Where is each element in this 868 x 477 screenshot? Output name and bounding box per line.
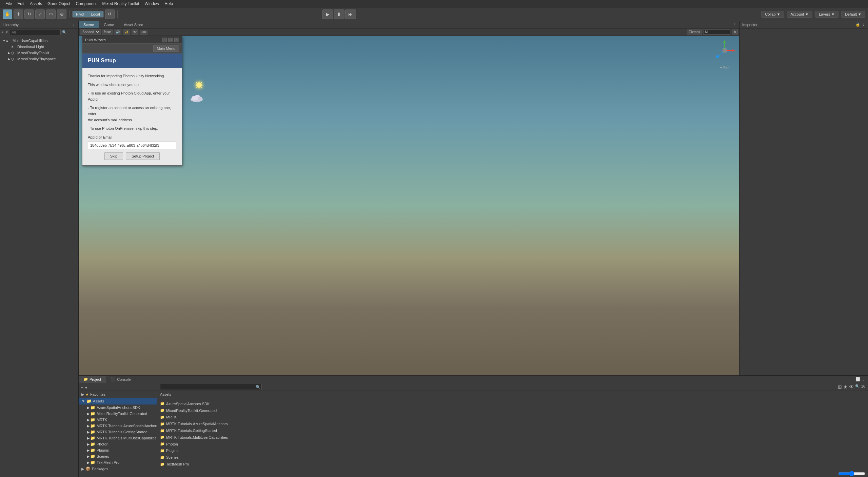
project-file-mrtk-mu[interactable]: 📁 MRTK.Tutorials.MultiUserCapabilities	[160, 434, 865, 440]
project-file-mrtk-azure[interactable]: 📁 MRTK.Tutorials.AzureSpatialAnchors	[160, 421, 865, 427]
tool-scale[interactable]: ⤢	[35, 9, 45, 19]
sidebar-item-mrtk-multiuser[interactable]: ▶ 📁 MRTK.Tutorials.MultiUserCapabilities	[79, 435, 157, 441]
bottom-menu-icon[interactable]: ⋮	[862, 377, 865, 381]
sidebar-item-textmesh[interactable]: ▶ 📁 TextMesh Pro	[79, 459, 157, 465]
layers-button[interactable]: Layers ▼	[815, 11, 839, 18]
project-packages-header[interactable]: ▶ 📦 Packages	[79, 465, 157, 472]
project-view-btn-1[interactable]: ⊞	[838, 384, 842, 390]
project-add-icon[interactable]: +	[81, 385, 83, 390]
inspector-lock-icon[interactable]: 🔒	[855, 22, 860, 27]
pun-desc-2: This window should set you up.	[88, 82, 176, 88]
refresh-button[interactable]: ↺	[105, 9, 115, 19]
project-search-input[interactable]	[160, 384, 262, 390]
pause-button[interactable]: ⏸	[334, 9, 344, 19]
project-file-textmesh[interactable]: 📁 TextMesh Pro	[160, 461, 865, 467]
file-mrtk-gen-icon: 📁	[160, 408, 165, 413]
sidebar-item-mrtk-generated[interactable]: ▶ 📁 MixedRealityToolkit.Generated	[79, 411, 157, 417]
sidebar-item-plugins[interactable]: ▶ 📁 Plugins	[79, 447, 157, 453]
hierarchy-search-icon[interactable]: 🔍	[62, 30, 67, 35]
project-tab-label: Project	[90, 377, 101, 381]
sidebar-item-photon[interactable]: ▶ 📁 Photon	[79, 441, 157, 447]
pun-main-menu-button[interactable]: Main Menu	[153, 45, 179, 52]
tool-rect[interactable]: ▭	[46, 9, 56, 19]
gizmo-back-label[interactable]: ◄ Back	[719, 66, 730, 69]
sidebar-item-mrtk-azure[interactable]: ▶ 📁 MRTK.Tutorials.AzureSpatialAnchors	[79, 423, 157, 429]
tab-game[interactable]: Game	[99, 21, 119, 28]
pun-wizard-minimize[interactable]: –	[162, 38, 167, 42]
hierarchy-down-icon[interactable]: ▼	[5, 30, 8, 34]
2d-button[interactable]: false	[102, 29, 113, 35]
sidebar-item-scenes[interactable]: ▶ 📁 Scenes	[79, 453, 157, 459]
hierarchy-plus-icon[interactable]: +	[1, 30, 3, 34]
hierarchy-item-mrtk[interactable]: ▶ ⬡ MixedRealityToolkit	[0, 50, 78, 56]
tab-asset-store[interactable]: Asset Store	[119, 21, 148, 28]
menu-help[interactable]: Help	[162, 0, 176, 7]
default-layout-button[interactable]: Default ▼	[841, 11, 865, 18]
project-file-photon[interactable]: 📁 Photon	[160, 441, 865, 447]
shading-select[interactable]: Shaded	[80, 29, 101, 35]
project-view-btn-2[interactable]: ★	[843, 384, 848, 390]
project-dropdown-icon[interactable]: ▼	[84, 386, 88, 390]
scene-view[interactable]: Y x ◄	[79, 36, 739, 375]
menu-mrtk[interactable]: Mixed Reality Toolkit	[99, 0, 142, 7]
tool-rotate[interactable]: ↻	[24, 9, 34, 19]
gizmos-search[interactable]	[703, 29, 730, 35]
tool-move[interactable]: ✛	[14, 9, 23, 19]
hierarchy-menu-icon[interactable]: ⋮	[72, 22, 76, 27]
pivot-button[interactable]: Pivot	[73, 11, 87, 17]
project-file-azure-sdk[interactable]: 📁 AzureSpatialAnchors.SDK	[160, 401, 865, 407]
project-file-plugins[interactable]: 📁 Plugins	[160, 448, 865, 454]
tool-multi[interactable]: ⊕	[57, 9, 66, 19]
account-button[interactable]: Account ▼	[787, 11, 813, 18]
pun-wizard-maximize[interactable]: □	[168, 38, 173, 42]
pun-setup-project-button[interactable]: Setup Project	[126, 152, 160, 160]
hierarchy-item-multiuser[interactable]: ▼ ≡ MultiUserCapabilities	[0, 38, 78, 44]
tab-project[interactable]: 📁 Project	[79, 376, 106, 383]
hierarchy-item-directional-light[interactable]: ▶ ☀ Directional Light	[0, 44, 78, 50]
project-zoom-slider[interactable]	[838, 471, 865, 476]
project-file-mrtk-gen[interactable]: 📁 MixedRealityToolkit.Generated	[160, 408, 865, 414]
play-button[interactable]: ▶	[322, 9, 333, 19]
step-button[interactable]: ⏭	[345, 9, 356, 19]
sidebar-item-azure-sdk[interactable]: ▶ 📁 AzureSpatialAnchors.SDK	[79, 405, 157, 411]
tree-arrow-mrtk: ▶	[8, 51, 10, 55]
menu-file[interactable]: File	[3, 0, 15, 7]
project-view-btn-3[interactable]: 👁	[849, 384, 854, 390]
scene-visibility[interactable]: 👁	[132, 29, 138, 35]
tab-scene[interactable]: Scene	[79, 21, 99, 28]
hierarchy-search-input[interactable]	[10, 29, 61, 35]
scene-stats[interactable]: ∅0	[140, 30, 147, 35]
menu-edit[interactable]: Edit	[15, 0, 27, 7]
effects-button[interactable]: ✨	[123, 29, 130, 35]
pun-wizard-close[interactable]: ✕	[174, 38, 179, 42]
project-file-mrtk[interactable]: 📁 MRTK	[160, 414, 865, 420]
menu-window[interactable]: Window	[142, 0, 162, 7]
file-mrtk-azure-label: MRTK.Tutorials.AzureSpatialAnchors	[166, 422, 228, 426]
menu-component[interactable]: Component	[73, 0, 99, 7]
project-file-scenes[interactable]: 📁 Scenes	[160, 454, 865, 460]
project-favorites-header[interactable]: ▶ ★ Favorites	[79, 391, 157, 398]
scene-close-button[interactable]: ✕	[732, 29, 738, 35]
sidebar-item-mrtk[interactable]: ▶ 📁 MRTK	[79, 417, 157, 423]
pun-skip-button[interactable]: Skip	[104, 152, 123, 160]
local-button[interactable]: Local	[87, 11, 103, 17]
collab-button[interactable]: Collab ▼	[761, 11, 784, 18]
sidebar-item-mrtk-getting-started[interactable]: ▶ 📁 MRTK.Tutorials.GettingStarted	[79, 429, 157, 435]
tab-console[interactable]: ⬛ Console	[106, 376, 136, 383]
project-assets-header[interactable]: ▼ 📁 Assets	[79, 398, 157, 405]
scene-dots[interactable]: ⋮	[733, 21, 739, 28]
project-file-mrtk-gs[interactable]: 📁 MRTK.Tutorials.GettingStarted	[160, 428, 865, 434]
tool-hand[interactable]: ✋	[3, 9, 12, 19]
file-textmesh-label: TextMesh Pro	[166, 462, 189, 466]
menu-assets[interactable]: Assets	[27, 0, 45, 7]
playspace-icon: ⬡	[11, 57, 16, 61]
bottom-maximize-icon[interactable]: ⬜	[855, 377, 860, 381]
packages-label: Packages	[92, 467, 108, 471]
pun-bullet-3: - To use Photon OnPremise, skip this ste…	[88, 126, 176, 132]
inspector-menu-icon[interactable]: ⋮	[862, 22, 865, 27]
pun-appid-input[interactable]	[88, 142, 176, 149]
menu-gameobject[interactable]: GameObject	[45, 0, 73, 7]
gizmos-button[interactable]: Gizmos	[687, 29, 702, 35]
audio-button[interactable]: 🔊	[114, 29, 121, 35]
hierarchy-item-mrplayspace[interactable]: ▶ ⬡ MixedRealityPlayspace	[0, 56, 78, 62]
